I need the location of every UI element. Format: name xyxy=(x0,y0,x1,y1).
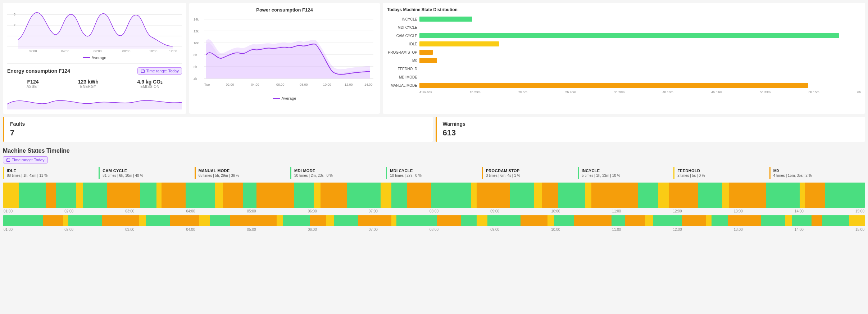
state-bar-track xyxy=(419,58,861,63)
timeline-segment xyxy=(407,183,431,208)
timeline-axis-label: 15:00 xyxy=(855,209,864,213)
timeline-segment xyxy=(358,215,391,226)
state-bar-track xyxy=(419,75,861,80)
timeline-axis-label: 13:00 xyxy=(734,209,743,213)
state-legend-name: PROGRAM STOP xyxy=(486,169,575,173)
state-bars: INCYCLE MDI CYCLE CAM CYCLE IDLE PROGRAM… xyxy=(387,16,861,89)
state-legend-name: MDI CYCLE xyxy=(390,169,479,173)
state-bar-row: PROGRAM STOP xyxy=(387,49,861,55)
state-dist-xaxis-label: 4h 51m xyxy=(711,90,722,94)
faults-title: Faults xyxy=(10,121,427,127)
timeline-segment xyxy=(766,183,800,208)
timeline-axis-label: 15:00 xyxy=(855,228,864,232)
state-dist-xaxis-label: 5h 33m xyxy=(760,90,771,94)
state-dist-xaxis-label: 6h 15m xyxy=(809,90,819,94)
timeline-segment xyxy=(805,183,825,208)
state-legend-stats: 30 times | 2m, 23s | 0 % xyxy=(294,174,383,178)
timeline-axis-label: 04:00 xyxy=(186,209,195,213)
svg-text:10:00: 10:00 xyxy=(323,83,331,86)
state-legend-stats: 5 times | 1h, 33m | 10 % xyxy=(582,174,671,178)
state-bar-label: M0 xyxy=(387,59,419,63)
state-legend-name: CAM CYCLE xyxy=(103,169,191,173)
timeline-axis-label: 10:00 xyxy=(551,209,560,213)
timeline-segment xyxy=(277,215,283,226)
svg-rect-35 xyxy=(7,159,10,162)
state-bar-label: MDI CYCLE xyxy=(387,26,419,30)
timeline-axis-label: 03:00 xyxy=(125,228,134,232)
state-bar-fill xyxy=(419,83,808,88)
timeline-axis-label: 10:00 xyxy=(551,228,560,232)
timeline-segment xyxy=(102,215,139,226)
svg-text:14k: 14k xyxy=(194,18,199,21)
timeline-segment xyxy=(638,183,658,208)
state-bar-row: IDLE xyxy=(387,41,861,47)
timeline-segment xyxy=(542,183,558,208)
timeline-segment xyxy=(56,183,76,208)
warnings-panel: Warnings 613 xyxy=(436,117,865,142)
state-legend-stats: 81 times | 6h, 10m | 40 % xyxy=(103,174,191,178)
timeline-segment xyxy=(186,183,215,208)
state-legend-name: FEEDHOLD xyxy=(677,169,766,173)
power-chart-title: Power consumption F124 xyxy=(194,7,376,13)
timeline-axis-label: 06:00 xyxy=(308,228,317,232)
timeline-time-range-label: Time range: Today xyxy=(12,158,45,162)
state-bar-row: FEEDHOLD xyxy=(387,66,861,72)
timeline-axis-label: 09:00 xyxy=(490,228,499,232)
svg-text:12:00: 12:00 xyxy=(345,83,353,86)
timeline-segment xyxy=(19,183,46,208)
faults-count: 7 xyxy=(10,128,427,138)
timeline-axis-label: 05:00 xyxy=(247,209,256,213)
timeline-segment xyxy=(140,183,156,208)
timeline-segment xyxy=(243,183,256,208)
state-legend-stats: 4 times | 15m, 35s | 2 % xyxy=(773,174,862,178)
timeline-segment xyxy=(326,215,334,226)
state-bar-row: MANUAL MODE xyxy=(387,82,861,89)
state-dist-xaxis: 41m 40s1h 23m2h 5m2h 46m3h 28m4h 10m4h 5… xyxy=(419,90,861,94)
timeline-segment xyxy=(728,215,761,226)
timeline-segment xyxy=(534,183,542,208)
timeline-segment xyxy=(139,215,146,226)
timeline-segment xyxy=(156,183,162,208)
timeline-segment xyxy=(487,215,521,226)
timeline-segment xyxy=(521,215,547,226)
state-bar-row: M0 xyxy=(387,57,861,64)
energy-label: ENERGY xyxy=(78,85,99,89)
timeline-axis-label: 11:00 xyxy=(612,209,621,213)
timeline-segment xyxy=(849,215,865,226)
timeline-segment xyxy=(347,183,381,208)
svg-text:04:00: 04:00 xyxy=(61,49,69,53)
state-legend-stats: 88 times | 1h, 42m | 11 % xyxy=(7,174,96,178)
state-bar-label: FEEDHOLD xyxy=(387,67,419,71)
timeline-bar-main xyxy=(3,183,865,208)
state-dist-xaxis-label: 6h xyxy=(857,90,861,94)
svg-text:8k: 8k xyxy=(194,53,197,57)
asset-value: F124 xyxy=(27,79,39,85)
timeline-axis-label: 02:00 xyxy=(64,209,73,213)
warnings-title: Warnings xyxy=(443,121,860,127)
svg-text:10:00: 10:00 xyxy=(149,49,158,53)
svg-text:5: 5 xyxy=(14,13,15,16)
svg-text:06:00: 06:00 xyxy=(94,49,102,53)
timeline-segment xyxy=(477,215,487,226)
emission-label: EMISSION xyxy=(137,85,163,89)
state-dist-xaxis-label: 41m 40s xyxy=(419,90,432,94)
warnings-count: 613 xyxy=(443,128,860,138)
svg-text:6k: 6k xyxy=(194,65,197,69)
state-legend-item: PROGRAM STOP 3 times | 6m, 4s | 1 % xyxy=(482,167,578,179)
state-dist-xaxis-label: 1h 23m xyxy=(470,90,481,94)
timeline-time-range-button[interactable]: Time range: Today xyxy=(3,156,48,163)
state-bar-track xyxy=(419,83,861,88)
timeline-segment xyxy=(431,183,471,208)
timeline-axis-label: 08:00 xyxy=(430,209,438,213)
svg-text:08:00: 08:00 xyxy=(122,49,131,53)
timeline-axis-label: 07:00 xyxy=(369,228,378,232)
state-bar-row: MDI MODE xyxy=(387,74,861,80)
state-legend-item: M0 4 times | 15m, 35s | 2 % xyxy=(769,167,865,179)
state-bar-track xyxy=(419,66,861,71)
time-range-button[interactable]: Time range: Today xyxy=(137,67,182,75)
timeline-segment xyxy=(63,215,68,226)
state-legend-item: CAM CYCLE 81 times | 6h, 10m | 40 % xyxy=(99,167,194,179)
state-bar-row: MDI CYCLE xyxy=(387,24,861,31)
timeline-segment xyxy=(162,183,186,208)
timeline-segment xyxy=(294,183,314,208)
